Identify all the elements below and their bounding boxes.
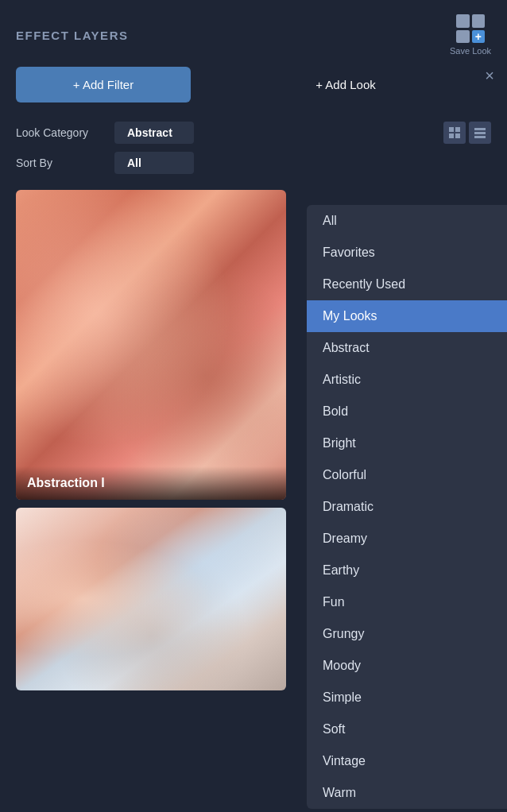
save-look-label: Save Look [450,46,491,56]
svg-rect-5 [474,132,486,134]
save-look-button[interactable]: + Save Look [450,14,491,56]
dropdown-item-colorful[interactable]: Colorful [307,459,507,491]
dropdown-item-dreamy[interactable]: Dreamy [307,523,507,555]
add-filter-button[interactable]: + Add Filter [16,67,191,102]
dropdown-item-vintage[interactable]: Vintage [307,745,507,777]
close-button[interactable]: × [485,67,494,85]
thumbnail-image-2 [16,508,286,690]
dropdown-item-grungy[interactable]: Grungy [307,618,507,650]
category-label: Look Category [16,126,103,139]
icon-sq-1 [456,14,470,28]
controls-area: Look Category Abstract Sort By All [0,114,507,182]
header: EFFECT LAYERS + Save Look [0,0,507,67]
sort-row: Sort By All [16,152,491,174]
dropdown-item-favorites[interactable]: Favorites [307,237,507,269]
svg-rect-4 [474,128,486,130]
sort-label: Sort By [16,157,103,169]
view-toggle [443,122,491,144]
thumbnail-label-1: Abstraction I [16,466,286,500]
dropdown-item-warm[interactable]: Warm [307,777,507,809]
dropdown-item-soft[interactable]: Soft [307,713,507,745]
dropdown-item-abstract[interactable]: Abstract [307,332,507,364]
svg-rect-3 [455,133,460,138]
category-dropdown: AllFavoritesRecently UsedMy LooksAbstrac… [307,205,507,809]
svg-rect-2 [449,133,454,138]
thumbnail-card-1[interactable]: Abstraction I [16,190,286,500]
dropdown-item-bright[interactable]: Bright [307,427,507,459]
dropdown-item-my-looks[interactable]: My Looks [307,300,507,332]
add-look-button[interactable]: + Add Look [200,67,491,102]
icon-sq-2 [472,14,486,28]
dropdown-item-recently-used[interactable]: Recently Used [307,269,507,300]
dropdown-item-artistic[interactable]: Artistic [307,364,507,396]
dropdown-item-earthy[interactable]: Earthy [307,555,507,586]
dropdown-item-simple[interactable]: Simple [307,682,507,713]
page-title: EFFECT LAYERS [16,29,128,42]
list-view-button[interactable] [469,122,491,144]
icon-sq-plus: + [472,30,486,44]
grid-view-button[interactable] [443,122,466,144]
icon-sq-3 [456,30,470,44]
thumbnail-card-2[interactable] [16,508,286,690]
dropdown-item-bold[interactable]: Bold [307,396,507,427]
category-value[interactable]: Abstract [114,122,194,144]
svg-rect-1 [455,127,460,132]
sort-value[interactable]: All [114,152,194,174]
dropdown-item-moody[interactable]: Moody [307,650,507,682]
save-look-icon: + [456,14,485,43]
dropdown-item-fun[interactable]: Fun [307,586,507,618]
category-row: Look Category Abstract [16,122,491,144]
dropdown-item-dramatic[interactable]: Dramatic [307,491,507,523]
toolbar: + Add Filter + Add Look × [0,67,507,114]
svg-rect-0 [449,127,454,132]
thumbnail-image-1 [16,190,286,500]
svg-rect-6 [474,136,486,138]
dropdown-item-all[interactable]: All [307,205,507,237]
